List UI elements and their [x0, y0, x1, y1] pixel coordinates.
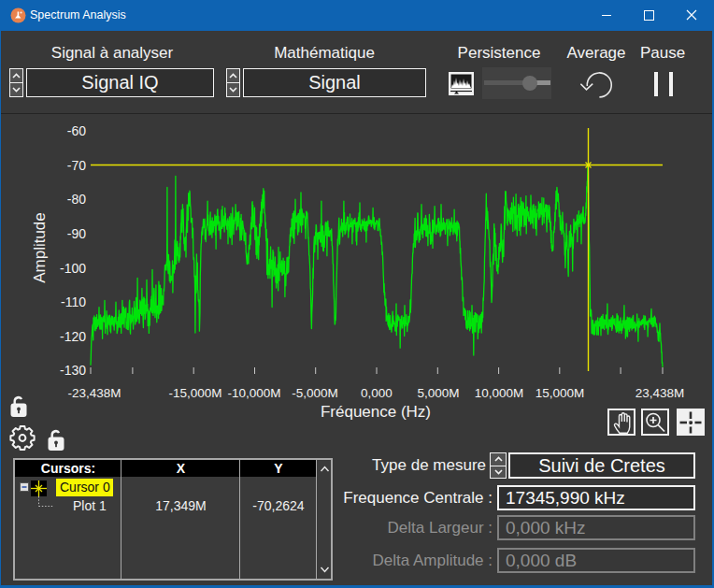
- svg-text:10,000M: 10,000M: [475, 386, 524, 400]
- svg-text:-60: -60: [67, 123, 86, 138]
- svg-text:0,000: 0,000: [361, 386, 393, 400]
- svg-text:-90: -90: [67, 226, 86, 241]
- svg-text:-130: -130: [60, 363, 86, 378]
- svg-text:15,000M: 15,000M: [536, 386, 585, 400]
- svg-text:-110: -110: [61, 294, 86, 309]
- svg-text:Fréquence (Hz): Fréquence (Hz): [321, 403, 431, 421]
- svg-text:23,438M: 23,438M: [635, 386, 685, 400]
- svg-text:-23,438M: -23,438M: [67, 386, 121, 400]
- svg-text:-80: -80: [67, 192, 86, 207]
- svg-text:5,000M: 5,000M: [417, 386, 459, 400]
- svg-text:-10,000M: -10,000M: [227, 386, 280, 400]
- svg-text:-15,000M: -15,000M: [168, 386, 221, 400]
- svg-text:-5,000M: -5,000M: [292, 386, 338, 400]
- svg-text:-70: -70: [67, 158, 86, 173]
- svg-text:-100: -100: [60, 261, 86, 276]
- svg-text:Amplitude: Amplitude: [31, 212, 49, 283]
- svg-text:-120: -120: [60, 329, 86, 344]
